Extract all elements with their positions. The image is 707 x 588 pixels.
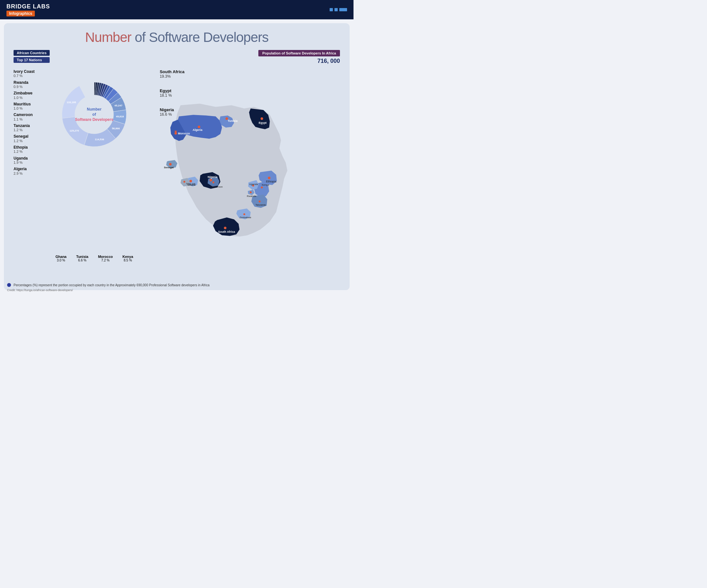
algeria-map-label: Algeria bbox=[193, 128, 202, 132]
cameroon-map-label: Cameroon bbox=[211, 185, 223, 188]
ghana-bottom: Ghana 3.0 % bbox=[56, 255, 66, 262]
header-decoration bbox=[330, 8, 347, 11]
ghana-pin bbox=[189, 180, 192, 182]
egypt-map-label: Egypt bbox=[259, 121, 267, 125]
page-title: Number of Software Developers bbox=[13, 30, 340, 45]
list-item: Algeria2.9 % bbox=[13, 167, 72, 176]
tunisia-bottom: Tunisia 6.6 % bbox=[76, 255, 88, 262]
brand-sub: Infographics bbox=[6, 11, 35, 16]
legend-labels: African Countries Top 17 Nations bbox=[13, 50, 50, 63]
cameroon-pin bbox=[212, 181, 214, 183]
left-panel: Ivory Coast0.7 %Rwanda0.9 %Zimbabwe1.0 %… bbox=[13, 69, 117, 281]
senegal-map-label: Senegal bbox=[164, 166, 173, 169]
tunisia-map-label: Tunisia bbox=[228, 119, 237, 123]
footer-note: Percentages (%) represent the portion oc… bbox=[4, 283, 350, 287]
pop-block: Population of Software Developers In Afr… bbox=[258, 50, 340, 65]
pop-badge: Population of Software Developers In Afr… bbox=[258, 50, 340, 57]
tanzania-pin bbox=[259, 201, 261, 202]
ethiopia-pin bbox=[268, 177, 271, 179]
svg-text:125,270: 125,270 bbox=[70, 129, 79, 132]
morocco-map-label: Morocco bbox=[178, 132, 190, 135]
legend-label-top17: Top 17 Nations bbox=[13, 57, 50, 63]
ivory-coast-pin bbox=[183, 181, 186, 183]
subtitle-row: African Countries Top 17 Nations Populat… bbox=[13, 50, 340, 65]
content-row: Ivory Coast0.7 %Rwanda0.9 %Zimbabwe1.0 %… bbox=[13, 69, 340, 281]
brand-block: BRIDGE LABS Infographics bbox=[6, 3, 50, 16]
header: BRIDGE LABS Infographics bbox=[0, 0, 354, 19]
svg-text:114,536: 114,536 bbox=[95, 138, 104, 141]
rwanda-map-label: Rwanda bbox=[247, 195, 257, 198]
title-rest: of Software Developers bbox=[131, 30, 268, 45]
pop-number: 716, 000 bbox=[258, 58, 340, 65]
ivory-coast-map-label: Ivory coa. bbox=[187, 182, 196, 185]
zimbabwe-pin bbox=[243, 213, 245, 215]
svg-text:133,195: 133,195 bbox=[67, 101, 76, 104]
senegal-pin bbox=[169, 163, 172, 165]
ethiopia-map-label: Ethiopia bbox=[266, 180, 276, 183]
algeria-pin bbox=[198, 126, 200, 128]
zimbabwe-map-label: Zimbabwe bbox=[240, 216, 251, 219]
egypt-pin bbox=[261, 117, 263, 120]
credit-text: Credit: https://tunga.io/african-softwar… bbox=[7, 288, 73, 292]
nigeria-map-label: Nigeria bbox=[208, 175, 217, 179]
dot2 bbox=[334, 8, 338, 11]
south-africa-map-label: South Africa bbox=[218, 230, 235, 233]
morocco-bottom: Morocco 7.2 % bbox=[98, 255, 113, 262]
africa-map: Morocco Tunisia Algeria Egypt Senegal Gh… bbox=[117, 69, 340, 281]
brand-title: BRIDGE LABS bbox=[6, 3, 50, 10]
svg-text:Number: Number bbox=[87, 107, 102, 111]
dot3 bbox=[339, 8, 347, 11]
rwanda-pin bbox=[250, 191, 251, 193]
south-africa-pin bbox=[224, 227, 227, 229]
footer-text: Percentages (%) represent the portion oc… bbox=[13, 283, 210, 287]
note-dot bbox=[7, 283, 11, 287]
main-container: Number of Software Developers African Co… bbox=[4, 23, 350, 290]
kenya-pin bbox=[261, 187, 263, 188]
title-num: Number bbox=[85, 30, 131, 45]
tanzania-map-label: Tanzania bbox=[256, 203, 266, 206]
svg-text:Software Developers: Software Developers bbox=[75, 117, 113, 122]
uganda-map-label: Uganda bbox=[249, 183, 258, 186]
legend-label-african: African Countries bbox=[13, 50, 50, 56]
map-area: Morocco Tunisia Algeria Egypt Senegal Gh… bbox=[117, 69, 340, 281]
kenya-map-label: Kenya bbox=[262, 183, 269, 186]
dot1 bbox=[330, 8, 333, 11]
nigeria-pin bbox=[210, 179, 212, 181]
svg-text:of: of bbox=[92, 112, 96, 117]
